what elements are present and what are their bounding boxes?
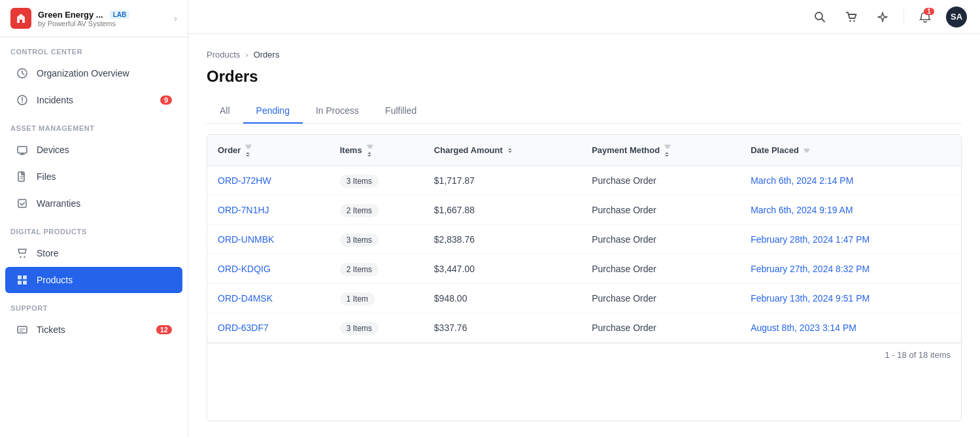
- table-row[interactable]: ORD-J72HW 3 Items $1,717.87 Purchase Ord…: [207, 166, 961, 196]
- control-center-label: Control Center: [0, 37, 188, 60]
- sidebar: Green Energy ... LAB by Powerful AV Syst…: [0, 0, 188, 437]
- search-icon[interactable]: [809, 7, 830, 27]
- items-badge: 3 Items: [340, 234, 379, 247]
- date-link[interactable]: February 27th, 2024 8:32 PM: [751, 264, 870, 274]
- col-date-placed: Date Placed: [740, 135, 961, 166]
- breadcrumb-products[interactable]: Products: [207, 50, 240, 60]
- tab-pending[interactable]: Pending: [243, 99, 303, 124]
- sidebar-header[interactable]: Green Energy ... LAB by Powerful AV Syst…: [0, 0, 188, 37]
- svg-point-20: [815, 12, 822, 20]
- payment-filter-icons[interactable]: [664, 143, 671, 158]
- table-row[interactable]: ORD-D4MSK 1 Item $948.00 Purchase Order …: [207, 284, 961, 313]
- table-row[interactable]: ORD-7N1HJ 2 Items $1,667.88 Purchase Ord…: [207, 196, 961, 225]
- tab-all[interactable]: All: [207, 99, 243, 124]
- incidents-badge: 9: [160, 96, 172, 105]
- date-link[interactable]: August 8th, 2023 3:14 PM: [751, 323, 856, 333]
- sidebar-item-label: Tickets: [37, 324, 65, 335]
- products-icon: [16, 273, 29, 287]
- svg-point-23: [853, 20, 855, 22]
- charged-amount-cell: $2,838.76: [424, 225, 581, 254]
- page-title: Orders: [207, 67, 962, 86]
- order-link[interactable]: ORD-D4MSK: [218, 293, 273, 304]
- order-cell: ORD-7N1HJ: [207, 196, 329, 225]
- cart-icon[interactable]: [841, 7, 862, 27]
- payment-method-cell: Purchase Order: [581, 166, 740, 196]
- sidebar-item-label: Files: [37, 171, 56, 182]
- sidebar-item-store[interactable]: Store: [5, 240, 182, 266]
- items-badge: 3 Items: [340, 322, 379, 335]
- sparkle-icon[interactable]: [872, 7, 893, 27]
- items-cell: 1 Item: [329, 284, 424, 313]
- date-link[interactable]: March 6th, 2024 2:14 PM: [751, 175, 853, 186]
- charged-amount-cell: $3,447.00: [424, 254, 581, 284]
- date-placed-cell: February 13th, 2024 9:51 PM: [740, 284, 961, 313]
- topbar-divider: [904, 9, 904, 25]
- svg-point-11: [20, 256, 21, 258]
- orders-table-wrapper: Order Items: [207, 134, 962, 421]
- svg-line-21: [822, 19, 824, 22]
- sidebar-item-products[interactable]: Products: [5, 267, 182, 293]
- notifications-icon[interactable]: 1: [915, 7, 936, 27]
- items-badge: 1 Item: [340, 292, 375, 306]
- svg-rect-15: [18, 281, 22, 285]
- payment-method-cell: Purchase Order: [581, 284, 740, 313]
- date-link[interactable]: March 6th, 2024 9:19 AM: [751, 205, 853, 215]
- sidebar-item-devices[interactable]: Devices: [5, 137, 182, 163]
- date-link[interactable]: February 28th, 2024 1:47 PM: [751, 234, 870, 245]
- org-name: Green Energy ...: [38, 10, 103, 20]
- order-cell: ORD-63DF7: [207, 313, 329, 343]
- order-link[interactable]: ORD-J72HW: [218, 175, 271, 186]
- sidebar-item-label: Devices: [37, 145, 69, 155]
- svg-rect-4: [18, 147, 27, 153]
- chevron-right-icon[interactable]: ›: [174, 13, 177, 24]
- date-link[interactable]: February 13th, 2024 9:51 PM: [751, 293, 870, 304]
- payment-method-cell: Purchase Order: [581, 196, 740, 225]
- table-row[interactable]: ORD-63DF7 3 Items $337.76 Purchase Order…: [207, 313, 961, 343]
- sidebar-item-warranties[interactable]: Warranties: [5, 190, 182, 217]
- sidebar-item-label: Store: [37, 248, 58, 258]
- tab-fulfilled[interactable]: Fulfilled: [372, 99, 430, 124]
- items-cell: 2 Items: [329, 254, 424, 284]
- table-row[interactable]: ORD-UNMBK 3 Items $2,838.76 Purchase Ord…: [207, 225, 961, 254]
- orders-table: Order Items: [207, 135, 961, 343]
- user-avatar[interactable]: SA: [946, 7, 967, 27]
- files-icon: [16, 170, 29, 183]
- sidebar-item-org-overview[interactable]: Organization Overview: [5, 60, 182, 86]
- sidebar-item-tickets[interactable]: Tickets 12: [5, 317, 182, 343]
- main-content: 1 SA Products › Orders Orders All Pendin…: [188, 0, 980, 437]
- date-placed-cell: February 27th, 2024 8:32 PM: [740, 254, 961, 284]
- svg-rect-16: [23, 281, 27, 285]
- sidebar-item-files[interactable]: Files: [5, 164, 182, 190]
- table-footer: 1 - 18 of 18 items: [207, 343, 961, 366]
- breadcrumb-separator: ›: [245, 50, 248, 60]
- items-cell: 2 Items: [329, 196, 424, 225]
- payment-method-cell: Purchase Order: [581, 254, 740, 284]
- date-placed-cell: August 8th, 2023 3:14 PM: [740, 313, 961, 343]
- tickets-icon: [16, 323, 29, 336]
- incidents-icon: [16, 94, 29, 107]
- support-label: Support: [0, 294, 188, 316]
- order-filter-icons[interactable]: [245, 143, 252, 158]
- col-order: Order: [207, 135, 329, 166]
- items-cell: 3 Items: [329, 166, 424, 196]
- charged-amount-cell: $948.00: [424, 284, 581, 313]
- svg-point-12: [24, 256, 25, 258]
- sidebar-item-incidents[interactable]: Incidents 9: [5, 87, 182, 113]
- table-row[interactable]: ORD-KDQIG 2 Items $3,447.00 Purchase Ord…: [207, 254, 961, 284]
- items-badge: 3 Items: [340, 175, 379, 188]
- order-link[interactable]: ORD-KDQIG: [218, 264, 271, 274]
- notif-badge: 1: [924, 8, 934, 15]
- order-link[interactable]: ORD-7N1HJ: [218, 205, 269, 215]
- devices-icon: [16, 143, 29, 156]
- svg-point-3: [22, 102, 23, 103]
- order-link[interactable]: ORD-63DF7: [218, 323, 269, 333]
- tab-in-process[interactable]: In Process: [303, 99, 372, 124]
- col-items: Items: [329, 135, 424, 166]
- order-link[interactable]: ORD-UNMBK: [218, 234, 274, 245]
- svg-rect-10: [18, 200, 26, 207]
- items-filter-icons[interactable]: [366, 143, 374, 158]
- date-placed-cell: March 6th, 2024 2:14 PM: [740, 166, 961, 196]
- app-logo: [10, 8, 31, 29]
- digital-products-section: Digital Products Store Products: [0, 217, 188, 294]
- asset-management-label: Asset Management: [0, 114, 188, 136]
